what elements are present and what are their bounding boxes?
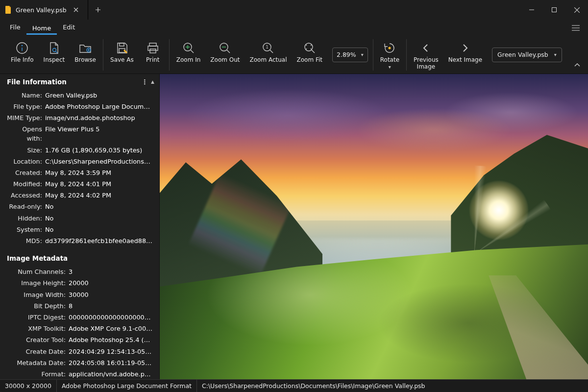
property-row: Read-only:No xyxy=(2,201,157,212)
chevron-down-icon: ▾ xyxy=(361,52,364,57)
status-dimensions: 30000 x 20000 xyxy=(0,380,57,392)
image-viewer[interactable] xyxy=(160,74,588,379)
menu-more-button[interactable] xyxy=(567,20,584,36)
property-value: C:\Users\SharpenedProductions\Docu… xyxy=(45,157,152,166)
menu-home[interactable]: Home xyxy=(26,22,57,35)
svg-point-3 xyxy=(53,49,56,52)
zoom-level-select[interactable]: 2.89% ▾ xyxy=(332,48,368,62)
zoom-out-button[interactable]: Zoom Out xyxy=(208,39,242,64)
status-bar: 30000 x 20000 Adobe Photoshop Large Docu… xyxy=(0,379,588,392)
previous-image-button[interactable]: Previous Image xyxy=(412,39,441,71)
property-key: MIME Type: xyxy=(7,113,45,122)
svg-rect-0 xyxy=(552,8,557,12)
property-key: Name: xyxy=(7,91,45,100)
property-value: May 8, 2024 4:01 PM xyxy=(45,179,152,189)
menu-file[interactable]: File xyxy=(4,21,26,35)
panel-more-icon[interactable]: ⋮ xyxy=(142,78,148,86)
property-value: 20000 xyxy=(69,278,152,288)
ribbon-toolbar: File Info Inspect Browse Save As Print xyxy=(0,36,588,74)
zoom-actual-button[interactable]: 1 Zoom Actual xyxy=(247,39,289,64)
ribbon-section-output: Save As Print xyxy=(103,39,170,71)
zoom-out-icon xyxy=(218,41,232,55)
property-key: Bit Depth: xyxy=(7,301,69,311)
property-row: Num Channels:3 xyxy=(2,266,157,277)
file-select[interactable]: Green Valley.psb ▾ xyxy=(492,48,562,62)
property-value: 2024:04:29 12:54:13-05:00 xyxy=(69,347,152,356)
title-drag-area[interactable] xyxy=(108,0,520,20)
rotate-button[interactable]: Rotate▾ xyxy=(378,39,401,71)
property-key: Hidden: xyxy=(7,214,45,223)
property-value: application/vnd.adobe.photos… xyxy=(69,369,152,379)
property-key: Creator Tool: xyxy=(7,335,69,344)
property-key: Num Channels: xyxy=(7,267,69,276)
info-sidebar: File Information ⋮ ▲ Name:Green Valley.p… xyxy=(0,74,160,379)
next-image-button[interactable]: Next Image xyxy=(446,39,484,64)
zoom-in-button[interactable]: Zoom In xyxy=(174,39,203,64)
inspect-icon xyxy=(47,41,61,55)
image-preview xyxy=(160,74,588,379)
property-row: System:No xyxy=(2,224,157,235)
save-as-button[interactable]: Save As xyxy=(108,39,136,64)
property-row: Size:1.76 GB (1,890,659,035 bytes) xyxy=(2,145,157,156)
property-row: Creator Tool:Adobe Photoshop 25.4 (Macin… xyxy=(2,334,157,345)
property-key: Format: xyxy=(7,369,69,379)
property-value: May 8, 2024 3:59 PM xyxy=(45,168,152,177)
svg-rect-8 xyxy=(148,46,158,50)
tab-close-button[interactable] xyxy=(71,5,81,15)
property-key: Image Height: xyxy=(7,278,69,288)
minimize-button[interactable] xyxy=(520,0,543,20)
property-row: Location:C:\Users\SharpenedProductions\D… xyxy=(2,156,157,167)
panel-collapse-icon[interactable]: ▲ xyxy=(151,79,154,84)
ribbon-section-rotate: Rotate▾ xyxy=(373,39,407,71)
image-metadata-list: Num Channels:3Image Height:20000Image Wi… xyxy=(0,265,159,392)
property-value: 8 xyxy=(69,301,152,311)
property-row: MIME Type:image/vnd.adobe.photoshop xyxy=(2,112,157,123)
property-value: Adobe Photoshop 25.4 (Macint… xyxy=(69,335,152,344)
property-key: File type: xyxy=(7,102,45,111)
property-value: Adobe Photoshop Large Document Fo… xyxy=(45,102,152,111)
document-tab[interactable]: Green Valley.psb xyxy=(0,0,88,20)
property-row: MD5:dd3799f2861eefcb1bfee0aed88d44f0 xyxy=(2,235,157,246)
app-window: Green Valley.psb File Home Edit File xyxy=(0,0,588,392)
print-button[interactable]: Print xyxy=(142,39,164,64)
chevron-down-icon: ▾ xyxy=(554,52,557,57)
ribbon-section-file: File Info Inspect Browse xyxy=(4,39,103,71)
inspect-button[interactable]: Inspect xyxy=(42,39,67,64)
browse-button[interactable]: Browse xyxy=(73,39,98,64)
svg-point-14 xyxy=(305,43,313,51)
image-metadata-panel-header: Image Metadata xyxy=(0,250,159,265)
tab-title: Green Valley.psb xyxy=(16,6,67,14)
save-icon xyxy=(115,41,129,55)
svg-rect-9 xyxy=(150,49,156,53)
menu-edit[interactable]: Edit xyxy=(57,21,81,35)
new-tab-button[interactable] xyxy=(88,0,108,20)
property-row: IPTC Digest:00000000000000000000000000… xyxy=(2,312,157,323)
property-row: XMP Toolkit:Adobe XMP Core 9.1-c002 79.f… xyxy=(2,323,157,334)
maximize-button[interactable] xyxy=(543,0,565,20)
property-row: Name:Green Valley.psb xyxy=(2,90,157,101)
property-value: 00000000000000000000000000… xyxy=(69,313,152,322)
property-value: Green Valley.psb xyxy=(45,91,152,100)
property-value: 2024:05:08 16:01:19-05:00 xyxy=(69,358,152,368)
close-button[interactable] xyxy=(565,0,588,20)
zoom-fit-icon xyxy=(303,41,317,55)
property-key: Opens with: xyxy=(7,124,45,143)
property-row: Created:May 8, 2024 3:59 PM xyxy=(2,167,157,178)
property-key: Created: xyxy=(7,168,45,177)
property-key: Read-only: xyxy=(7,202,45,211)
print-icon xyxy=(146,41,160,55)
svg-point-15 xyxy=(389,47,391,49)
file-info-button[interactable]: File Info xyxy=(9,39,36,64)
property-key: Image Width: xyxy=(7,290,69,299)
zoom-fit-button[interactable]: Zoom Fit xyxy=(295,39,324,64)
info-icon xyxy=(15,41,29,55)
collapse-ribbon-button[interactable] xyxy=(570,60,584,71)
property-row: Hidden:No xyxy=(2,213,157,224)
property-row: File type:Adobe Photoshop Large Document… xyxy=(2,101,157,112)
property-row: Image Width:30000 xyxy=(2,289,157,300)
zoom-level-value: 2.89% xyxy=(337,51,356,58)
property-key: XMP Toolkit: xyxy=(7,324,69,333)
status-path: C:\Users\SharpenedProductions\Documents\… xyxy=(197,380,588,392)
title-bar: Green Valley.psb xyxy=(0,0,588,20)
property-row: Create Date:2024:04:29 12:54:13-05:00 xyxy=(2,346,157,357)
